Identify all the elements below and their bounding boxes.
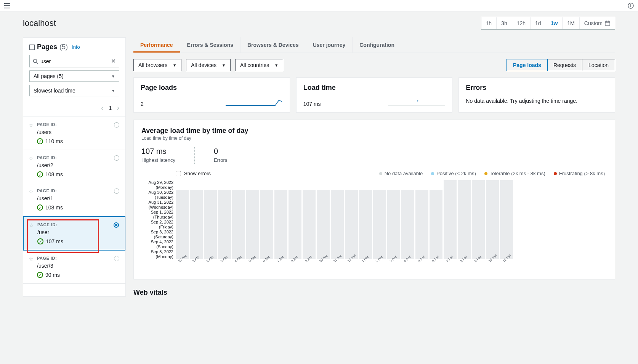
heatmap-cell[interactable]: [359, 200, 372, 210]
heatmap-cell[interactable]: [345, 220, 358, 230]
heatmap-cell[interactable]: [204, 239, 217, 249]
device-filter[interactable]: All devices▼: [186, 59, 231, 71]
heatmap-cell[interactable]: [486, 220, 499, 230]
heatmap-cell[interactable]: [345, 190, 358, 200]
next-page-icon[interactable]: ›: [117, 104, 119, 112]
heatmap-cell[interactable]: [176, 239, 189, 249]
heatmap-cell[interactable]: [303, 200, 316, 210]
view-toggle-page-loads[interactable]: Page loads: [507, 59, 548, 71]
heatmap-cell[interactable]: [472, 230, 485, 239]
show-errors-input[interactable]: [176, 171, 181, 176]
prev-page-icon[interactable]: ‹: [101, 104, 103, 112]
heatmap-cell[interactable]: [486, 200, 499, 210]
heatmap-cell[interactable]: [289, 220, 301, 230]
heatmap-cell[interactable]: [331, 210, 344, 220]
heatmap-cell[interactable]: [218, 220, 231, 230]
heatmap-cell[interactable]: [190, 220, 203, 230]
star-icon[interactable]: ☆: [29, 122, 34, 128]
page-item[interactable]: ☆PAGE ID:/users✓110 ms: [23, 117, 125, 150]
heatmap-cell[interactable]: [190, 230, 203, 239]
heatmap-cell[interactable]: [274, 230, 287, 239]
heatmap-cell[interactable]: [176, 190, 189, 200]
view-toggle-requests[interactable]: Requests: [547, 59, 582, 71]
heatmap-cell[interactable]: [176, 210, 189, 220]
page-item[interactable]: ☆PAGE ID:/user/3✓90 ms: [23, 251, 125, 284]
star-icon[interactable]: ☆: [29, 155, 34, 161]
heatmap-cell[interactable]: [303, 180, 316, 190]
heatmap-cell[interactable]: [232, 190, 245, 200]
heatmap-cell[interactable]: [246, 220, 259, 230]
heatmap-cell[interactable]: [303, 239, 316, 249]
info-circle-icon[interactable]: [627, 2, 634, 9]
heatmap-cell[interactable]: [387, 180, 400, 190]
heatmap-cell[interactable]: [373, 190, 386, 200]
heatmap-cell[interactable]: [218, 200, 231, 210]
time-range-3h[interactable]: 3h: [497, 17, 512, 29]
heatmap-cell[interactable]: [289, 200, 301, 210]
heatmap-cell[interactable]: [289, 210, 301, 220]
heatmap-cell[interactable]: [232, 220, 245, 230]
heatmap-cell[interactable]: [190, 239, 203, 249]
heatmap-cell[interactable]: [190, 190, 203, 200]
heatmap-cell[interactable]: [289, 190, 301, 200]
heatmap-cell[interactable]: [204, 180, 217, 190]
sort-select[interactable]: Slowest load time ▼: [29, 85, 119, 96]
tab-configuration[interactable]: Configuration: [353, 37, 401, 53]
heatmap-cell[interactable]: [415, 230, 428, 239]
radio-select[interactable]: [114, 256, 119, 261]
heatmap-cell[interactable]: [500, 239, 513, 249]
heatmap-cell[interactable]: [444, 220, 457, 230]
heatmap-cell[interactable]: [415, 220, 428, 230]
filter-pages-select[interactable]: All pages (5) ▼: [29, 70, 119, 82]
heatmap-cell[interactable]: [232, 210, 245, 220]
heatmap-cell[interactable]: [401, 220, 414, 230]
heatmap-cell[interactable]: [373, 200, 386, 210]
heatmap-cell[interactable]: [373, 239, 386, 249]
heatmap-cell[interactable]: [430, 190, 442, 200]
heatmap-cell[interactable]: [274, 210, 287, 220]
tab-performance[interactable]: Performance: [133, 37, 180, 53]
tab-browsers-devices[interactable]: Browsers & Devices: [240, 37, 306, 53]
heatmap-cell[interactable]: [218, 230, 231, 239]
heatmap-cell[interactable]: [274, 190, 287, 200]
heatmap-cell[interactable]: [359, 220, 372, 230]
heatmap-cell[interactable]: [387, 200, 400, 210]
heatmap-cell[interactable]: [472, 220, 485, 230]
heatmap-cell[interactable]: [176, 200, 189, 210]
heatmap-cell[interactable]: [260, 200, 273, 210]
browser-filter[interactable]: All browsers▼: [133, 59, 181, 71]
heatmap-cell[interactable]: [274, 180, 287, 190]
heatmap-cell[interactable]: [401, 180, 414, 190]
search-input[interactable]: [38, 58, 111, 64]
heatmap-cell[interactable]: [387, 190, 400, 200]
heatmap-cell[interactable]: [430, 230, 442, 239]
heatmap-cell[interactable]: [218, 180, 231, 190]
heatmap-cell[interactable]: [246, 180, 259, 190]
heatmap-cell[interactable]: [472, 200, 485, 210]
hamburger-icon[interactable]: [4, 2, 11, 9]
heatmap-cell[interactable]: [486, 210, 499, 220]
time-range-1w[interactable]: 1w: [546, 17, 563, 29]
radio-select[interactable]: [114, 222, 119, 228]
heatmap-cell[interactable]: [401, 230, 414, 239]
time-range-1m[interactable]: 1M: [563, 17, 579, 29]
heatmap-cell[interactable]: [345, 200, 358, 210]
time-range-12h[interactable]: 12h: [512, 17, 531, 29]
heatmap-cell[interactable]: [331, 200, 344, 210]
heatmap-cell[interactable]: [415, 200, 428, 210]
heatmap-cell[interactable]: [260, 210, 273, 220]
star-icon[interactable]: ☆: [29, 188, 34, 195]
heatmap-cell[interactable]: [359, 180, 372, 190]
heatmap-cell[interactable]: [415, 210, 428, 220]
heatmap-cell[interactable]: [373, 180, 386, 190]
heatmap-cell[interactable]: [317, 190, 330, 200]
heatmap-cell[interactable]: [401, 190, 414, 200]
heatmap-cell[interactable]: [387, 210, 400, 220]
radio-select[interactable]: [114, 155, 119, 161]
heatmap-cell[interactable]: [176, 230, 189, 239]
heatmap-cell[interactable]: [176, 180, 189, 190]
heatmap-cell[interactable]: [500, 200, 513, 210]
heatmap-cell[interactable]: [246, 200, 259, 210]
heatmap-cell[interactable]: [458, 190, 471, 200]
heatmap-cell[interactable]: [345, 210, 358, 220]
